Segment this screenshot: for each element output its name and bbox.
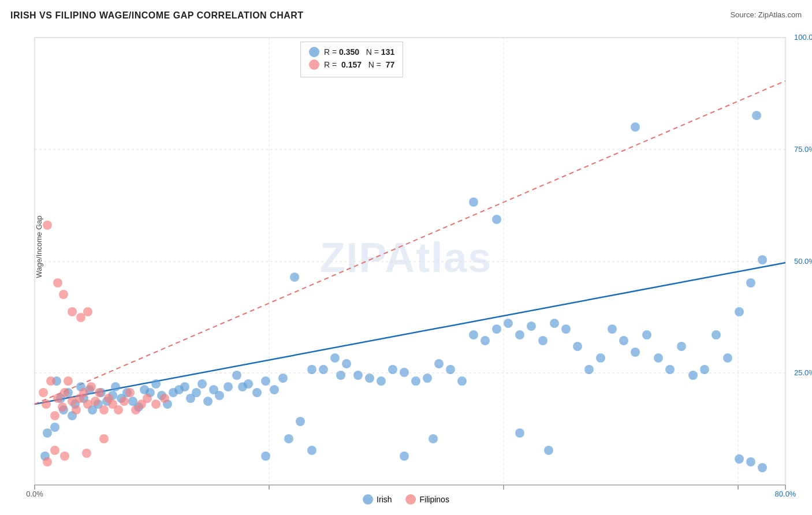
svg-point-81 — [423, 374, 432, 383]
bottom-legend: Irish Filipinos — [363, 494, 449, 505]
svg-point-159 — [99, 434, 109, 443]
svg-point-84 — [457, 376, 467, 386]
svg-point-94 — [573, 342, 582, 351]
svg-point-74 — [342, 359, 351, 368]
chart-svg: 25.0% 50.0% 75.0% 100.0% 0.0% 80.0% — [0, 0, 812, 515]
svg-point-38 — [111, 382, 120, 391]
svg-point-65 — [261, 451, 270, 461]
svg-point-131 — [64, 376, 73, 386]
svg-point-130 — [60, 388, 69, 397]
svg-point-107 — [700, 365, 709, 374]
svg-text:25.0%: 25.0% — [794, 368, 812, 377]
svg-point-104 — [665, 365, 675, 374]
svg-point-140 — [99, 405, 109, 415]
svg-point-83 — [446, 365, 455, 374]
bottom-label-irish: Irish — [377, 495, 392, 504]
svg-point-89 — [515, 330, 524, 339]
svg-point-86 — [481, 336, 490, 345]
svg-point-100 — [619, 336, 628, 345]
svg-point-160 — [151, 400, 161, 409]
svg-point-117 — [735, 454, 744, 464]
svg-point-98 — [492, 215, 501, 224]
svg-point-90 — [527, 322, 536, 331]
svg-point-129 — [58, 402, 67, 412]
svg-point-151 — [59, 290, 68, 299]
svg-line-22 — [35, 81, 785, 404]
svg-point-56 — [215, 391, 224, 400]
svg-line-21 — [35, 263, 785, 404]
svg-point-45 — [151, 379, 161, 389]
svg-point-61 — [252, 388, 262, 397]
svg-point-54 — [203, 397, 213, 406]
svg-point-69 — [290, 273, 299, 282]
svg-point-106 — [688, 371, 698, 380]
svg-point-108 — [712, 330, 721, 339]
svg-point-158 — [82, 449, 91, 458]
svg-point-157 — [60, 451, 69, 461]
svg-point-77 — [377, 376, 386, 386]
svg-point-118 — [400, 451, 409, 461]
svg-point-70 — [307, 365, 316, 374]
svg-point-120 — [515, 428, 524, 438]
svg-text:50.0%: 50.0% — [794, 257, 812, 266]
svg-point-116 — [758, 463, 767, 472]
svg-point-133 — [72, 405, 81, 415]
svg-point-88 — [504, 319, 513, 328]
svg-point-63 — [270, 385, 279, 394]
svg-point-57 — [224, 382, 233, 391]
svg-point-103 — [654, 353, 663, 363]
svg-point-121 — [544, 446, 553, 455]
svg-point-115 — [746, 457, 755, 467]
svg-point-119 — [429, 434, 438, 443]
svg-point-64 — [278, 374, 288, 383]
svg-point-105 — [677, 342, 686, 351]
bottom-legend-irish: Irish — [363, 494, 392, 505]
svg-point-53 — [198, 379, 207, 389]
svg-point-123 — [43, 428, 52, 438]
svg-point-109 — [723, 353, 732, 363]
svg-point-148 — [143, 394, 152, 403]
svg-point-137 — [87, 382, 96, 391]
svg-point-72 — [330, 353, 340, 363]
bottom-legend-filipinos: Filipinos — [406, 494, 449, 505]
svg-point-112 — [758, 255, 767, 264]
svg-point-152 — [68, 307, 77, 316]
svg-point-99 — [608, 324, 617, 334]
svg-point-145 — [125, 388, 135, 397]
svg-point-80 — [411, 376, 420, 386]
svg-point-62 — [261, 376, 270, 386]
svg-point-58 — [232, 371, 241, 380]
svg-point-93 — [561, 324, 571, 334]
svg-point-127 — [50, 411, 59, 420]
svg-point-124 — [39, 388, 48, 397]
svg-point-79 — [400, 368, 409, 377]
svg-point-85 — [469, 330, 478, 339]
svg-point-60 — [244, 379, 253, 389]
svg-point-92 — [550, 319, 559, 328]
svg-text:80.0%: 80.0% — [775, 490, 796, 498]
svg-point-143 — [114, 405, 123, 415]
svg-point-97 — [469, 197, 478, 207]
svg-point-138 — [91, 397, 100, 406]
svg-point-139 — [95, 388, 104, 397]
svg-point-52 — [192, 388, 201, 397]
svg-point-102 — [642, 330, 651, 339]
svg-point-125 — [42, 400, 51, 409]
svg-text:0.0%: 0.0% — [26, 490, 43, 498]
svg-point-78 — [388, 365, 397, 374]
svg-point-68 — [307, 446, 316, 455]
svg-point-155 — [43, 457, 52, 467]
svg-point-87 — [492, 324, 501, 334]
svg-point-126 — [46, 376, 55, 386]
svg-point-101 — [631, 348, 640, 357]
svg-point-71 — [319, 365, 328, 374]
svg-point-144 — [120, 397, 129, 406]
svg-text:75.0%: 75.0% — [794, 145, 812, 154]
bottom-label-filipinos: Filipinos — [420, 495, 449, 504]
svg-point-135 — [79, 388, 88, 397]
svg-text:100.0%: 100.0% — [794, 33, 812, 42]
svg-point-66 — [284, 434, 293, 443]
svg-point-150 — [53, 278, 62, 288]
svg-point-95 — [584, 365, 594, 374]
bottom-swatch-irish — [363, 494, 373, 505]
